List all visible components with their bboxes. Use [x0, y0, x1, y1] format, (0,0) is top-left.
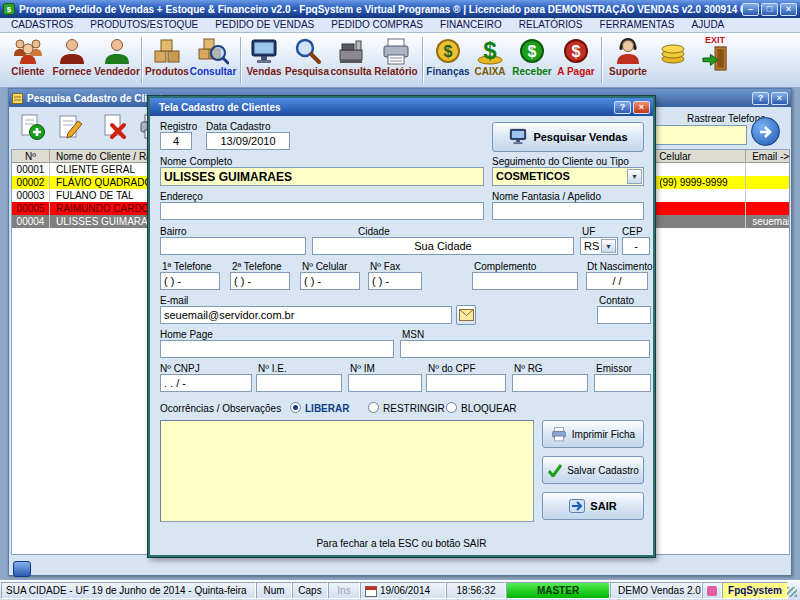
toolbar-button-cliente[interactable]: Cliente [6, 35, 50, 77]
menu-cadastros[interactable]: CADASTROS [4, 18, 80, 31]
menu-ferramentas[interactable]: FERRAMENTAS [593, 18, 682, 31]
toolbar-button-consultar[interactable]: Consultar [189, 35, 237, 77]
toolbar-label: Vendedor [94, 66, 140, 77]
observacoes-textarea[interactable] [160, 420, 534, 522]
toolbar-button-vendas[interactable]: Vendas [243, 35, 285, 77]
ocorrencias-label: Ocorrências / Observações [160, 403, 281, 414]
email-field[interactable]: seuemail@servidor.com.br [160, 306, 452, 324]
resize-grip[interactable] [788, 582, 799, 599]
endereco-field[interactable] [160, 202, 484, 220]
dialog-close-button[interactable]: × [633, 101, 650, 114]
rastrear-telefone-input[interactable] [655, 125, 747, 145]
cep-field[interactable]: - [622, 237, 650, 255]
send-email-button[interactable] [456, 305, 476, 325]
nascimento-field[interactable]: / / [586, 272, 648, 290]
cell-celular [656, 163, 746, 176]
toolbar-button-moedas[interactable] [653, 35, 693, 66]
toolbar-button-fornecedor[interactable]: Fornece [50, 35, 94, 77]
uf-value: RS [584, 240, 599, 252]
registro-field[interactable]: 4 [160, 132, 192, 150]
delete-client-button[interactable] [97, 110, 131, 144]
col-header-celular[interactable]: Celular [656, 150, 746, 163]
endereco-label: Endereço [160, 191, 203, 202]
edit-icon [56, 113, 84, 141]
bairro-field[interactable] [160, 237, 306, 255]
dialog-title: Tela Cadastro de Clientes [159, 102, 614, 113]
printer-icon [551, 426, 567, 442]
toolbar-button-consulta-caixa[interactable]: consulta [329, 35, 373, 77]
fax-field[interactable]: ( ) - [368, 272, 422, 290]
toolbar-button-pesquisa[interactable]: Pesquisa [285, 35, 329, 77]
celular-field[interactable]: ( ) - [300, 272, 360, 290]
close-window-button[interactable]: × [771, 92, 788, 105]
toolbar-label: Vendas [243, 66, 285, 77]
toolbar-button-a-pagar[interactable]: $ A Pagar [554, 35, 598, 77]
status-ins: Ins [328, 582, 360, 599]
cidade-field[interactable]: Sua Cidade [312, 237, 574, 255]
homepage-field[interactable] [160, 340, 394, 358]
help-button[interactable]: ? [752, 92, 769, 105]
dialog-help-button[interactable]: ? [614, 101, 631, 114]
radio-restringir[interactable] [368, 402, 379, 413]
menu-ajuda[interactable]: AJUDA [684, 18, 731, 31]
minimize-button[interactable]: – [742, 3, 759, 16]
chevron-down-icon[interactable]: ▼ [601, 239, 616, 253]
contato-field[interactable] [597, 306, 651, 324]
rg-field[interactable] [512, 374, 588, 392]
menu-produtos-estoque[interactable]: PRODUTOS/ESTOQUE [83, 18, 205, 31]
seguimento-combobox[interactable]: COSMETICOS ▼ [492, 167, 644, 186]
toolbar-button-financas[interactable]: $ Finanças [426, 35, 470, 77]
close-button[interactable]: × [780, 3, 797, 16]
chevron-down-icon[interactable]: ▼ [627, 169, 642, 184]
sair-button[interactable]: SAIR [542, 492, 644, 520]
im-field[interactable] [348, 374, 422, 392]
telefone2-field[interactable]: ( ) - [230, 272, 290, 290]
cell-num: 00002 [12, 176, 50, 189]
telefone1-field[interactable]: ( ) - [160, 272, 220, 290]
toolbar-button-suporte[interactable]: Suporte [605, 35, 651, 77]
menu-financeiro[interactable]: FINANCEIRO [433, 18, 509, 31]
toolbar-button-receber[interactable]: $ Receber [510, 35, 554, 77]
cpf-field[interactable] [426, 374, 506, 392]
dialog-titlebar[interactable]: Tela Cadastro de Clientes ? × [150, 98, 653, 116]
toolbar-label: Receber [510, 66, 554, 77]
fantasia-field[interactable] [492, 202, 644, 220]
rastrear-go-button[interactable] [751, 117, 780, 146]
salvar-cadastro-button[interactable]: Salvar Cadastro [542, 456, 644, 484]
toolbar-button-sair[interactable]: EXIT [695, 35, 735, 71]
emissor-label: Emissor [596, 363, 632, 374]
toolbar-button-caixa[interactable]: $ CAIXA [470, 35, 510, 77]
toolbar-separator [141, 37, 143, 83]
toolbar-label: Relatório [373, 66, 419, 77]
cell-email: seuemail@serv [749, 215, 790, 228]
menu-pedido-compras[interactable]: PEDIDO COMPRAS [324, 18, 430, 31]
cnpj-label: Nº CNPJ [160, 363, 200, 374]
radio-liberar[interactable] [290, 402, 301, 413]
ie-field[interactable] [256, 374, 342, 392]
msn-label: MSN [402, 329, 424, 340]
toolbar-label: Cliente [6, 66, 50, 77]
uf-combobox[interactable]: RS ▼ [580, 237, 618, 255]
imprimir-ficha-button[interactable]: Imprimir Ficha [542, 420, 644, 448]
maximize-button[interactable]: □ [761, 3, 778, 16]
nome-completo-field[interactable]: ULISSES GUIMARAES [160, 167, 484, 186]
radio-bloquear[interactable] [446, 402, 457, 413]
toolbar-button-relatorio[interactable]: Relatório [373, 35, 419, 77]
data-cadastro-field[interactable]: 13/09/2010 [206, 132, 290, 150]
msn-field[interactable] [400, 340, 650, 358]
pesquisar-vendas-button[interactable]: Pesquisar Vendas [492, 122, 644, 152]
complemento-field[interactable] [472, 272, 578, 290]
edit-client-button[interactable] [53, 110, 87, 144]
toolbar-button-produtos[interactable]: Produtos [145, 35, 189, 77]
toolbar-button-vendedor[interactable]: Vendedor [94, 35, 140, 77]
status-date: 19/06/2014 [360, 582, 446, 599]
window-bottom-button[interactable] [13, 561, 31, 577]
menu-relatorios[interactable]: RELATÓRIOS [512, 18, 590, 31]
menu-pedido-vendas[interactable]: PEDIDO DE VENDAS [208, 18, 321, 31]
complemento-label: Complemento [474, 261, 536, 272]
add-client-button[interactable] [15, 110, 49, 144]
col-header-email[interactable]: Email ->>>> [749, 150, 790, 163]
col-header-num[interactable]: Nº [12, 150, 50, 163]
emissor-field[interactable] [594, 374, 651, 392]
cnpj-field[interactable]: . . / - [160, 374, 252, 392]
